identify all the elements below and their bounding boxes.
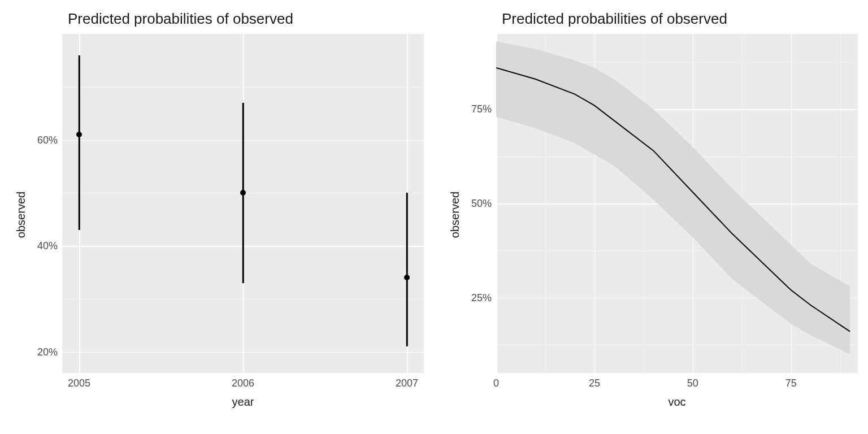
right-panel: Predicted probabilities of observed obse…	[434, 0, 868, 434]
ytick-label: 20%	[37, 346, 58, 358]
xlabel-right: voc	[668, 396, 685, 409]
xtick-label: 2007	[396, 377, 418, 389]
chart-title-left: Predicted probabilities of observed	[68, 10, 293, 28]
error-bar	[406, 193, 408, 346]
left-panel: Predicted probabilities of observed obse…	[0, 0, 434, 434]
plot-area-left: 20%40%60%200520062007	[62, 34, 424, 373]
ytick-label: 40%	[37, 240, 58, 252]
xtick-label: 25	[589, 377, 600, 389]
data-point	[404, 275, 410, 280]
error-bar	[79, 55, 80, 230]
chart-title-right: Predicted probabilities of observed	[502, 10, 727, 28]
ytick-label: 50%	[471, 198, 492, 210]
xtick-label: 0	[493, 377, 499, 389]
ytick-label: 75%	[471, 103, 492, 115]
xtick-label: 50	[687, 377, 698, 389]
data-point	[76, 132, 82, 137]
line-chart-svg	[496, 34, 858, 373]
xtick-label: 2005	[68, 377, 90, 389]
xtick-label: 2006	[232, 377, 254, 389]
data-point	[240, 190, 246, 196]
ylabel-left: observed	[15, 192, 28, 238]
ytick-label: 25%	[471, 292, 492, 303]
ytick-label: 60%	[37, 134, 58, 146]
xtick-label: 75	[785, 377, 797, 389]
confidence-ribbon	[496, 41, 850, 354]
ylabel-right: observed	[449, 192, 462, 238]
plot-area-right: 25%50%75%0255075	[496, 34, 858, 373]
xlabel-left: year	[232, 396, 254, 409]
